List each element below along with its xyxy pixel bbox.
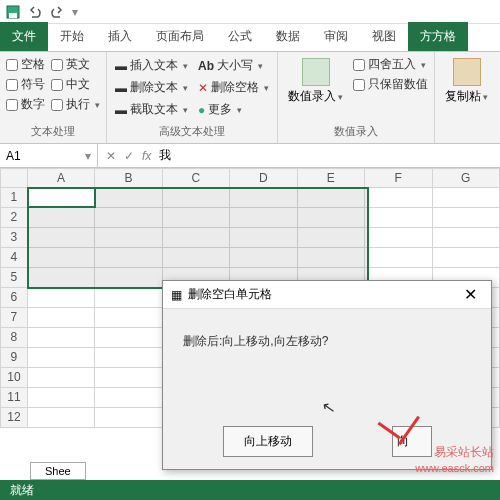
- cell[interactable]: [95, 368, 162, 388]
- row-header[interactable]: 4: [0, 248, 28, 268]
- cell[interactable]: [365, 248, 432, 268]
- close-icon[interactable]: ✕: [458, 285, 483, 304]
- cell[interactable]: [95, 288, 162, 308]
- cell[interactable]: [365, 228, 432, 248]
- row-header[interactable]: 12: [0, 408, 28, 428]
- btn-delspace[interactable]: ✕删除空格: [196, 78, 271, 97]
- btn-numinput[interactable]: 数值录入: [284, 56, 347, 107]
- cell[interactable]: [28, 308, 95, 328]
- btn-more[interactable]: ●更多: [196, 100, 271, 119]
- cell[interactable]: [28, 268, 95, 288]
- btn-move-up[interactable]: 向上移动: [223, 426, 313, 457]
- cell[interactable]: [230, 248, 297, 268]
- tab-formulas[interactable]: 公式: [216, 22, 264, 51]
- btn-copypaste[interactable]: 复制粘: [441, 56, 492, 107]
- btn-case[interactable]: Ab大小写: [196, 56, 271, 75]
- cell[interactable]: [28, 208, 95, 228]
- cell[interactable]: [28, 248, 95, 268]
- cell[interactable]: [95, 248, 162, 268]
- btn-delete-text[interactable]: ▬删除文本: [113, 78, 190, 97]
- cell[interactable]: [230, 188, 297, 208]
- cell[interactable]: 我: [28, 188, 95, 208]
- cell[interactable]: [28, 408, 95, 428]
- btn-insert-text[interactable]: ▬插入文本: [113, 56, 190, 75]
- row-header[interactable]: 1: [0, 188, 28, 208]
- cancel-icon[interactable]: ✕: [106, 149, 116, 163]
- cell[interactable]: [365, 188, 432, 208]
- undo-icon[interactable]: [28, 5, 42, 19]
- cell[interactable]: [163, 228, 230, 248]
- row-header[interactable]: 6: [0, 288, 28, 308]
- cell[interactable]: [28, 348, 95, 368]
- cell[interactable]: [95, 348, 162, 368]
- cell[interactable]: [95, 188, 162, 208]
- cell[interactable]: [28, 328, 95, 348]
- col-header[interactable]: C: [163, 168, 230, 188]
- row-header[interactable]: 2: [0, 208, 28, 228]
- row-header[interactable]: 8: [0, 328, 28, 348]
- cell[interactable]: [163, 248, 230, 268]
- cell[interactable]: [433, 208, 500, 228]
- chk-english[interactable]: 英文: [51, 56, 100, 73]
- cell[interactable]: [95, 328, 162, 348]
- cell[interactable]: [28, 388, 95, 408]
- col-header[interactable]: A: [28, 168, 95, 188]
- cell[interactable]: [28, 288, 95, 308]
- col-header[interactable]: E: [298, 168, 365, 188]
- row-header[interactable]: 11: [0, 388, 28, 408]
- tab-home[interactable]: 开始: [48, 22, 96, 51]
- btn-cut-text[interactable]: ▬截取文本: [113, 100, 190, 119]
- row-header[interactable]: 10: [0, 368, 28, 388]
- cell[interactable]: [433, 228, 500, 248]
- col-header[interactable]: B: [95, 168, 162, 188]
- row-header[interactable]: 3: [0, 228, 28, 248]
- chevron-down-icon[interactable]: ▾: [85, 149, 91, 163]
- cell[interactable]: [298, 228, 365, 248]
- tab-insert[interactable]: 插入: [96, 22, 144, 51]
- cell[interactable]: [365, 208, 432, 228]
- cell[interactable]: [230, 228, 297, 248]
- row-header[interactable]: 9: [0, 348, 28, 368]
- cell[interactable]: [163, 208, 230, 228]
- qat-dropdown-icon[interactable]: ▾: [72, 5, 78, 19]
- name-box[interactable]: A1▾: [0, 144, 98, 167]
- cell[interactable]: [95, 408, 162, 428]
- cell[interactable]: [95, 208, 162, 228]
- cell[interactable]: [95, 228, 162, 248]
- row-header[interactable]: 5: [0, 268, 28, 288]
- chk-round[interactable]: 四舍五入: [353, 56, 428, 73]
- enter-icon[interactable]: ✓: [124, 149, 134, 163]
- tab-data[interactable]: 数据: [264, 22, 312, 51]
- cell[interactable]: [298, 248, 365, 268]
- save-icon[interactable]: [6, 5, 20, 19]
- formula-value[interactable]: 我: [159, 147, 171, 164]
- tab-fangfang[interactable]: 方方格: [408, 22, 468, 51]
- select-all-corner[interactable]: [0, 168, 28, 188]
- col-header[interactable]: G: [433, 168, 500, 188]
- cell[interactable]: [298, 188, 365, 208]
- chk-symbol[interactable]: 符号: [6, 76, 45, 93]
- cell[interactable]: [433, 188, 500, 208]
- tab-review[interactable]: 审阅: [312, 22, 360, 51]
- cell[interactable]: [95, 388, 162, 408]
- tab-view[interactable]: 视图: [360, 22, 408, 51]
- chk-space[interactable]: 空格: [6, 56, 45, 73]
- col-header[interactable]: D: [230, 168, 297, 188]
- cell[interactable]: [230, 208, 297, 228]
- cell[interactable]: [28, 368, 95, 388]
- chk-keepnum[interactable]: 只保留数值: [353, 76, 428, 93]
- cell[interactable]: [163, 188, 230, 208]
- cell[interactable]: [28, 228, 95, 248]
- chk-number[interactable]: 数字: [6, 96, 45, 113]
- fx-icon[interactable]: fx: [142, 149, 151, 163]
- row-header[interactable]: 7: [0, 308, 28, 328]
- sheet-tab[interactable]: Shee: [30, 462, 86, 480]
- redo-icon[interactable]: [50, 5, 64, 19]
- cell[interactable]: [95, 308, 162, 328]
- cell[interactable]: [433, 248, 500, 268]
- cell[interactable]: [95, 268, 162, 288]
- chk-execute[interactable]: 执行: [51, 96, 100, 113]
- tab-file[interactable]: 文件: [0, 22, 48, 51]
- chk-chinese[interactable]: 中文: [51, 76, 100, 93]
- col-header[interactable]: F: [365, 168, 432, 188]
